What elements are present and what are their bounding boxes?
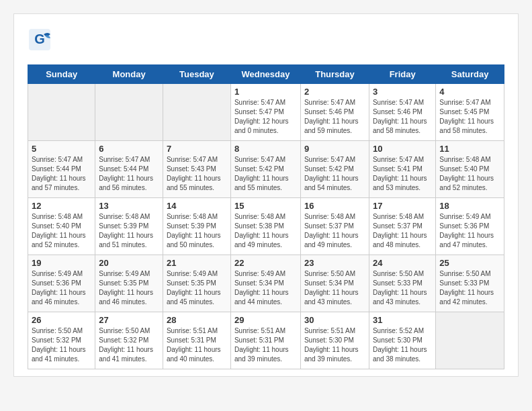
calendar-cell: 5Sunrise: 5:47 AMSunset: 5:44 PMDaylight… xyxy=(28,141,95,198)
calendar-cell: 13Sunrise: 5:48 AMSunset: 5:39 PMDayligh… xyxy=(95,198,163,255)
day-number: 5 xyxy=(32,144,91,154)
day-number: 17 xyxy=(373,201,432,211)
calendar-table: SundayMondayTuesdayWednesdayThursdayFrid… xyxy=(28,64,504,369)
day-info: Sunrise: 5:51 AMSunset: 5:31 PMDaylight:… xyxy=(167,326,227,364)
calendar-cell: 1Sunrise: 5:47 AMSunset: 5:47 PMDaylight… xyxy=(230,84,300,141)
calendar-cell: 30Sunrise: 5:51 AMSunset: 5:30 PMDayligh… xyxy=(300,312,369,369)
calendar-cell: 7Sunrise: 5:47 AMSunset: 5:43 PMDaylight… xyxy=(163,141,230,198)
calendar-cell: 15Sunrise: 5:48 AMSunset: 5:38 PMDayligh… xyxy=(230,198,300,255)
day-number: 25 xyxy=(439,258,500,268)
day-info: Sunrise: 5:50 AMSunset: 5:33 PMDaylight:… xyxy=(439,269,500,307)
day-info: Sunrise: 5:50 AMSunset: 5:33 PMDaylight:… xyxy=(373,269,432,307)
calendar-cell: 31Sunrise: 5:52 AMSunset: 5:30 PMDayligh… xyxy=(369,312,435,369)
day-number: 4 xyxy=(439,87,500,97)
day-info: Sunrise: 5:48 AMSunset: 5:40 PMDaylight:… xyxy=(32,212,91,250)
day-info: Sunrise: 5:50 AMSunset: 5:32 PMDaylight:… xyxy=(32,326,91,364)
calendar-cell: 19Sunrise: 5:49 AMSunset: 5:36 PMDayligh… xyxy=(28,255,95,312)
weekday-header-saturday: Saturday xyxy=(436,65,504,84)
day-number: 12 xyxy=(32,201,91,211)
day-info: Sunrise: 5:49 AMSunset: 5:35 PMDaylight:… xyxy=(167,269,227,307)
day-info: Sunrise: 5:48 AMSunset: 5:39 PMDaylight:… xyxy=(99,212,159,250)
calendar-cell: 9Sunrise: 5:47 AMSunset: 5:42 PMDaylight… xyxy=(300,141,369,198)
day-number: 10 xyxy=(373,144,432,154)
calendar-cell xyxy=(436,312,504,369)
weekday-header-monday: Monday xyxy=(95,65,163,84)
calendar-cell: 3Sunrise: 5:47 AMSunset: 5:46 PMDaylight… xyxy=(369,84,435,141)
day-info: Sunrise: 5:47 AMSunset: 5:45 PMDaylight:… xyxy=(439,98,500,136)
week-row-1: 1Sunrise: 5:47 AMSunset: 5:47 PMDaylight… xyxy=(28,84,504,141)
week-row-5: 26Sunrise: 5:50 AMSunset: 5:32 PMDayligh… xyxy=(28,312,504,369)
day-number: 23 xyxy=(304,258,365,268)
day-info: Sunrise: 5:48 AMSunset: 5:37 PMDaylight:… xyxy=(304,212,365,250)
day-number: 7 xyxy=(167,144,227,154)
weekday-header-row: SundayMondayTuesdayWednesdayThursdayFrid… xyxy=(28,65,504,84)
day-number: 14 xyxy=(167,201,227,211)
day-number: 30 xyxy=(304,315,365,325)
day-info: Sunrise: 5:49 AMSunset: 5:35 PMDaylight:… xyxy=(99,269,159,307)
day-info: Sunrise: 5:48 AMSunset: 5:40 PMDaylight:… xyxy=(439,155,500,193)
week-row-3: 12Sunrise: 5:48 AMSunset: 5:40 PMDayligh… xyxy=(28,198,504,255)
day-number: 22 xyxy=(234,258,297,268)
weekday-header-tuesday: Tuesday xyxy=(163,65,230,84)
day-number: 28 xyxy=(167,315,227,325)
day-number: 8 xyxy=(234,144,297,154)
day-info: Sunrise: 5:48 AMSunset: 5:37 PMDaylight:… xyxy=(373,212,432,250)
calendar-cell: 22Sunrise: 5:49 AMSunset: 5:34 PMDayligh… xyxy=(230,255,300,312)
day-number: 24 xyxy=(373,258,432,268)
calendar-container: G SundayMondayTuesdayWednesd xyxy=(13,13,519,377)
calendar-cell: 8Sunrise: 5:47 AMSunset: 5:42 PMDaylight… xyxy=(230,141,300,198)
day-info: Sunrise: 5:52 AMSunset: 5:30 PMDaylight:… xyxy=(373,326,432,364)
day-info: Sunrise: 5:49 AMSunset: 5:36 PMDaylight:… xyxy=(439,212,500,250)
calendar-cell xyxy=(95,84,163,141)
day-info: Sunrise: 5:47 AMSunset: 5:46 PMDaylight:… xyxy=(304,98,365,136)
header: G xyxy=(28,28,504,54)
calendar-cell: 6Sunrise: 5:47 AMSunset: 5:44 PMDaylight… xyxy=(95,141,163,198)
calendar-cell: 17Sunrise: 5:48 AMSunset: 5:37 PMDayligh… xyxy=(369,198,435,255)
weekday-header-wednesday: Wednesday xyxy=(230,65,300,84)
calendar-cell: 25Sunrise: 5:50 AMSunset: 5:33 PMDayligh… xyxy=(436,255,504,312)
calendar-cell: 23Sunrise: 5:50 AMSunset: 5:34 PMDayligh… xyxy=(300,255,369,312)
day-number: 9 xyxy=(304,144,365,154)
day-info: Sunrise: 5:50 AMSunset: 5:34 PMDaylight:… xyxy=(304,269,365,307)
weekday-header-friday: Friday xyxy=(369,65,435,84)
day-info: Sunrise: 5:48 AMSunset: 5:39 PMDaylight:… xyxy=(167,212,227,250)
day-info: Sunrise: 5:47 AMSunset: 5:43 PMDaylight:… xyxy=(167,155,227,193)
day-number: 6 xyxy=(99,144,159,154)
day-number: 19 xyxy=(32,258,91,268)
calendar-cell: 12Sunrise: 5:48 AMSunset: 5:40 PMDayligh… xyxy=(28,198,95,255)
calendar-cell: 10Sunrise: 5:47 AMSunset: 5:41 PMDayligh… xyxy=(369,141,435,198)
calendar-cell xyxy=(28,84,95,141)
calendar-cell: 2Sunrise: 5:47 AMSunset: 5:46 PMDaylight… xyxy=(300,84,369,141)
day-info: Sunrise: 5:50 AMSunset: 5:32 PMDaylight:… xyxy=(99,326,159,364)
day-number: 18 xyxy=(439,201,500,211)
calendar-cell: 11Sunrise: 5:48 AMSunset: 5:40 PMDayligh… xyxy=(436,141,504,198)
day-number: 11 xyxy=(439,144,500,154)
day-info: Sunrise: 5:47 AMSunset: 5:46 PMDaylight:… xyxy=(373,98,432,136)
calendar-cell: 24Sunrise: 5:50 AMSunset: 5:33 PMDayligh… xyxy=(369,255,435,312)
day-info: Sunrise: 5:47 AMSunset: 5:42 PMDaylight:… xyxy=(234,155,297,193)
svg-text:G: G xyxy=(34,32,45,46)
weekday-header-thursday: Thursday xyxy=(300,65,369,84)
day-info: Sunrise: 5:49 AMSunset: 5:34 PMDaylight:… xyxy=(234,269,297,307)
day-number: 15 xyxy=(234,201,297,211)
day-number: 1 xyxy=(234,87,297,97)
calendar-cell: 28Sunrise: 5:51 AMSunset: 5:31 PMDayligh… xyxy=(163,312,230,369)
day-info: Sunrise: 5:47 AMSunset: 5:42 PMDaylight:… xyxy=(304,155,365,193)
day-info: Sunrise: 5:47 AMSunset: 5:41 PMDaylight:… xyxy=(373,155,432,193)
calendar-cell: 21Sunrise: 5:49 AMSunset: 5:35 PMDayligh… xyxy=(163,255,230,312)
day-info: Sunrise: 5:48 AMSunset: 5:38 PMDaylight:… xyxy=(234,212,297,250)
calendar-cell: 14Sunrise: 5:48 AMSunset: 5:39 PMDayligh… xyxy=(163,198,230,255)
day-number: 13 xyxy=(99,201,159,211)
week-row-4: 19Sunrise: 5:49 AMSunset: 5:36 PMDayligh… xyxy=(28,255,504,312)
calendar-cell: 18Sunrise: 5:49 AMSunset: 5:36 PMDayligh… xyxy=(436,198,504,255)
day-info: Sunrise: 5:49 AMSunset: 5:36 PMDaylight:… xyxy=(32,269,91,307)
day-number: 21 xyxy=(167,258,227,268)
calendar-cell: 4Sunrise: 5:47 AMSunset: 5:45 PMDaylight… xyxy=(436,84,504,141)
calendar-cell xyxy=(163,84,230,141)
day-info: Sunrise: 5:47 AMSunset: 5:44 PMDaylight:… xyxy=(32,155,91,193)
day-number: 16 xyxy=(304,201,365,211)
calendar-cell: 27Sunrise: 5:50 AMSunset: 5:32 PMDayligh… xyxy=(95,312,163,369)
day-number: 29 xyxy=(234,315,297,325)
calendar-cell: 20Sunrise: 5:49 AMSunset: 5:35 PMDayligh… xyxy=(95,255,163,312)
day-info: Sunrise: 5:47 AMSunset: 5:44 PMDaylight:… xyxy=(99,155,159,193)
